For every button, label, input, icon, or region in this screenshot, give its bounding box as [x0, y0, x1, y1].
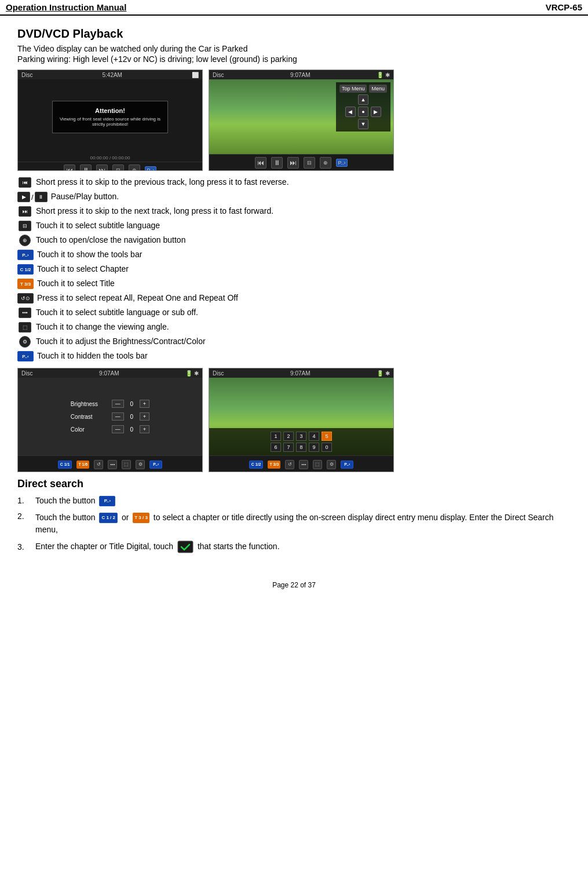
feature-toolsbar-show: P..› Touch it to show the tools bar	[17, 249, 571, 261]
screen2-content: Top Menu Menu ▲ ◀ ● ▶ ▼	[209, 79, 393, 154]
screen4-disc: Disc	[213, 370, 224, 377]
tools-btn-s2[interactable]: P..›	[336, 159, 348, 167]
num-3[interactable]: 3	[296, 432, 306, 441]
contrast-label: Contrast	[71, 414, 108, 420]
nav-icon-circle: ⊕	[19, 235, 31, 246]
repeat-s3[interactable]: ↺	[94, 460, 103, 469]
subtitle-btn-s1[interactable]: ⊟	[112, 165, 124, 171]
ds-text-1: Touch the button P..›	[35, 495, 571, 507]
num-7[interactable]: 7	[283, 443, 294, 452]
num-9[interactable]: 9	[309, 443, 319, 452]
num-8[interactable]: 8	[296, 443, 306, 452]
dots-icon-box: •••	[19, 308, 31, 318]
settings-s3[interactable]: ⚙	[136, 460, 145, 469]
top-menu-btn[interactable]: Top Menu	[339, 85, 367, 93]
repeat-s4[interactable]: ↺	[285, 460, 294, 469]
brightness-plus[interactable]: +	[140, 400, 149, 408]
screen3-disc: Disc	[21, 370, 32, 377]
screen4-controls: C 1/2 T 3/3 ↺ ••• ⬚ ⚙ P..‹	[209, 455, 393, 472]
num-4[interactable]: 4	[309, 432, 319, 441]
contrast-minus[interactable]: —	[112, 412, 124, 421]
page-header: Operation Instruction Manual VRCP-65	[0, 0, 588, 16]
chapter-bar-s3: C 1/1	[58, 461, 72, 469]
screen2-icons: 🔋 ✱	[377, 72, 390, 78]
repeat-icon-box: ↺⊙	[17, 293, 34, 304]
angle-s4[interactable]: ⬚	[313, 460, 322, 469]
tools-hide-s4[interactable]: P..‹	[341, 461, 353, 469]
feature-text-next: Short press it to skip to the next track…	[36, 206, 273, 217]
model-number: VRCP-65	[546, 2, 582, 12]
pright-icon-box: P..›	[17, 250, 34, 260]
title-bar-s4: T 3/3	[268, 461, 280, 469]
prev-btn-s1[interactable]: ⏮	[64, 165, 75, 171]
attention-body: Viewing of front seat video source while…	[59, 116, 162, 127]
subtitle-btn-s2[interactable]: ⊟	[304, 157, 315, 169]
ds-step2-icon2: T 3 / 3	[133, 513, 149, 523]
settings-s4[interactable]: ⚙	[327, 460, 336, 469]
next-btn-s1[interactable]: ⏭	[96, 165, 108, 171]
feature-toolsbar-hide: P..‹ Touch it to hidden the tools bar	[17, 350, 571, 362]
color-minus[interactable]: —	[112, 425, 124, 433]
feature-text-subtitle: Touch it to select subtitle language	[36, 220, 160, 232]
tools-hide-s3[interactable]: P..‹	[149, 461, 162, 469]
nav-btn-s2[interactable]: ⊕	[320, 157, 331, 169]
toolsbar-show-icon: P..›	[17, 249, 34, 261]
brightness-minus[interactable]: —	[112, 400, 124, 408]
angle-icon-box: ⬚	[19, 322, 31, 333]
feature-subtitle: ⊟ Touch it to select subtitle language	[17, 220, 571, 232]
pleft-icon-box: P..‹	[17, 351, 34, 361]
ds-step3-end: that starts the function.	[198, 542, 280, 551]
ds-step3-icon	[177, 540, 193, 553]
nature-bg-2: 1 2 3 4 5 6 7 8 9 0	[209, 378, 393, 455]
dots-s4[interactable]: •••	[299, 460, 308, 469]
feature-text-title: Touch it to select Title	[37, 278, 115, 290]
pause-icon-box: ⏸	[35, 192, 48, 202]
menu-btn[interactable]: Menu	[369, 85, 387, 93]
num-2[interactable]: 2	[283, 432, 294, 441]
tools-btn-s1[interactable]: P..›	[145, 166, 157, 171]
angle-s3[interactable]: ⬚	[122, 460, 131, 469]
screen1-time: 5:42AM	[102, 72, 122, 78]
subtitle-icon: ⊟	[17, 220, 32, 232]
separator-slash: /	[31, 193, 34, 202]
play-btn-s1[interactable]: ⏸	[80, 165, 92, 171]
nature-background: Top Menu Menu ▲ ◀ ● ▶ ▼	[209, 79, 393, 154]
screen1-icon: ⬜	[192, 72, 199, 78]
num-0[interactable]: 0	[322, 443, 332, 452]
enter-btn[interactable]: ●	[358, 107, 368, 117]
up-arrow[interactable]: ▲	[358, 94, 368, 105]
contrast-plus[interactable]: +	[140, 412, 149, 421]
play-icon-box: ▶	[17, 192, 30, 202]
feature-text-angle: Touch it to change the viewing angle.	[36, 322, 169, 333]
color-plus[interactable]: +	[140, 425, 149, 433]
num-6[interactable]: 6	[271, 443, 281, 452]
ds-step1-text: Touch the button	[35, 496, 96, 505]
feature-text-dots: Touch it to select subtitle language or …	[36, 307, 198, 319]
screen-attention: Disc 5:42AM ⬜ Attention! Viewing of fron…	[17, 70, 203, 171]
feature-angle: ⬚ Touch it to change the viewing angle.	[17, 322, 571, 333]
screen1-content: Attention! Viewing of front seat video s…	[18, 79, 202, 154]
screen1-timer: 00:00:00 / 00:00:00	[18, 154, 202, 162]
play-btn-s2[interactable]: ⏸	[271, 157, 283, 169]
contrast-row: Contrast — 0 +	[71, 412, 149, 421]
right-arrow[interactable]: ▶	[371, 107, 381, 117]
ds-text-3: Enter the chapter or Title Digital, touc…	[35, 540, 571, 553]
num-1[interactable]: 1	[271, 432, 281, 441]
color-val: 0	[127, 426, 136, 433]
manual-title: Operation Instruction Manual	[6, 2, 126, 12]
feature-list: ⏮ Short press it to skip to the previous…	[17, 177, 571, 362]
left-arrow[interactable]: ◀	[345, 107, 356, 117]
screen2-time: 9:07AM	[290, 72, 310, 78]
chapter-icon: C 1/2	[17, 264, 34, 275]
ds-step-3: 3. Enter the chapter or Title Digital, t…	[17, 540, 571, 553]
dots-s3[interactable]: •••	[108, 460, 117, 469]
menu-overlay: Top Menu Menu ▲ ◀ ● ▶ ▼	[336, 82, 390, 131]
prev-btn-s2[interactable]: ⏮	[255, 157, 266, 169]
play-pause-icon: ▶ / ⏸	[17, 191, 48, 203]
color-label: Color	[71, 426, 108, 433]
num-5[interactable]: 5	[322, 432, 332, 441]
ds-step2-or: or	[122, 513, 129, 522]
next-btn-s2[interactable]: ⏭	[287, 157, 299, 169]
down-arrow[interactable]: ▼	[358, 119, 368, 129]
nav-btn-s1[interactable]: ⊕	[129, 165, 140, 171]
